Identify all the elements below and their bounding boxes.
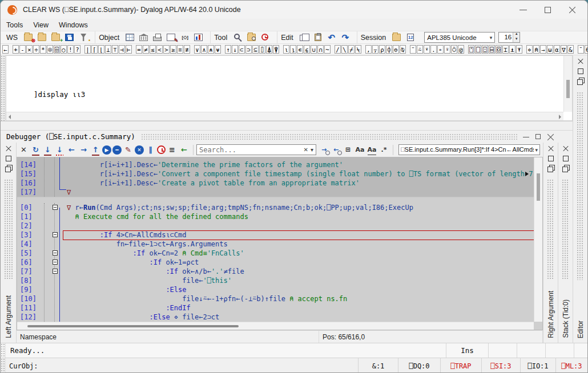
trace-location-combo[interactable]: ⎕SE.input.c.Summary.Run[3]*:If 4>Cn←AllC… [398, 144, 540, 155]
code-line[interactable]: [2] [17, 221, 542, 230]
apl-key-|[interactable]: | [84, 45, 91, 54]
apl-key-⍥[interactable]: ⍥ [451, 45, 457, 54]
apl-key-⌶[interactable]: ⌶ [502, 45, 509, 54]
apl-key-∨[interactable]: ∨ [194, 45, 200, 54]
unwind-icon[interactable]: ← [179, 144, 190, 156]
code-line[interactable]: [9] :Else [17, 285, 542, 294]
scroll-right-icon[interactable] [559, 115, 561, 119]
apl-key-⍤[interactable]: ⍤ [444, 45, 450, 54]
apl-key-⊥[interactable]: ⊥ [105, 45, 111, 54]
scroll-left-icon[interactable] [9, 115, 11, 119]
apl-key-≡[interactable]: ≡ [177, 45, 183, 54]
right-argument-maximize-icon[interactable] [547, 155, 554, 162]
menu-tools[interactable]: Tools [6, 21, 23, 29]
apl-key-⌺[interactable]: ⌺ [496, 45, 502, 54]
apl-key-*[interactable]: * [40, 45, 46, 54]
right-argument-pane-strip[interactable]: Right Argument [543, 143, 558, 343]
apl-key-?[interactable]: ? [74, 45, 80, 54]
match-case-icon[interactable]: Aa [355, 144, 365, 156]
apl-key-![interactable]: ! [67, 45, 74, 54]
apl-key-@[interactable]: @ [458, 45, 464, 54]
apl-key-⍀[interactable]: ⍀ [355, 45, 361, 54]
apl-key-⍋[interactable]: ⍋ [266, 45, 272, 54]
session-content[interactable]: ]display ⍳⍳3 [6, 55, 573, 121]
code-line[interactable]: [15] r[i←i+1].Desc←'Convert a component … [17, 169, 542, 179]
maximize-icon[interactable] [544, 6, 551, 14]
copy-ws-icon[interactable]: + [50, 32, 62, 43]
apl-key-⎕[interactable]: ⎕ [475, 45, 481, 54]
apl-key-∊[interactable]: ∊ [297, 45, 303, 54]
editor-maximize-icon[interactable] [577, 68, 584, 75]
close-icon[interactable] [569, 6, 576, 14]
stack-close-icon[interactable] [562, 145, 569, 152]
apl-key-¯[interactable]: ¯ [578, 45, 584, 54]
font-size-stepper[interactable]: 16 ▲▼ [498, 32, 520, 43]
minimize-icon[interactable] [519, 6, 527, 14]
apl-key-⍞[interactable]: ⍞ [468, 45, 474, 54]
apl-key-⌈[interactable]: ⌈ [91, 45, 98, 54]
apl-key-.[interactable]: . [430, 45, 437, 54]
apl-key-⍒[interactable]: ⍒ [273, 45, 279, 54]
close-debugger-icon[interactable]: ✕ [18, 144, 29, 156]
code-line[interactable]: [0]∇ r←Run(Cmd Args);ct;ns;sw;sp;file;ar… [17, 203, 542, 212]
load-ws-icon[interactable] [37, 32, 48, 43]
clear-search-icon[interactable]: ✕ [304, 147, 308, 153]
line-numbers-icon[interactable]: 12 [405, 32, 416, 43]
apl-key-∩[interactable]: ∩ [317, 45, 324, 54]
interrupt-icon[interactable]: ✕ [135, 145, 144, 155]
apl-key-→[interactable]: → [540, 45, 546, 54]
apl-key-/[interactable]: / [335, 45, 341, 54]
apl-key-×[interactable]: × [26, 45, 33, 54]
session-vertical-scrollbar[interactable] [563, 56, 572, 112]
expand-search-icon[interactable]: ⊞ [343, 144, 353, 156]
apl-key-∧[interactable]: ∧ [201, 45, 207, 54]
apl-key-≠[interactable]: ≠ [143, 45, 149, 54]
session-horizontal-scrollbar[interactable] [6, 112, 563, 120]
apl-key-⋄[interactable]: ⋄ [526, 45, 533, 54]
chart-wizard-icon[interactable] [193, 32, 204, 43]
stack-pane-strip[interactable]: Stack (Tid:0) [558, 143, 573, 343]
code-line[interactable]: [16] r[i←i+1].Desc←'Create a pivot table… [17, 179, 542, 188]
redo-icon[interactable]: ↷ [340, 32, 351, 43]
code-line[interactable]: [11] :EndIf [17, 303, 542, 313]
apl-key-⌽[interactable]: ⌽ [386, 45, 392, 54]
search-box[interactable]: ✕ ▾ [196, 144, 316, 155]
apl-key-⍝[interactable]: ⍝ [533, 45, 539, 54]
apl-key-=[interactable]: = [136, 45, 142, 54]
apl-key-,[interactable]: , [365, 45, 372, 54]
stack-maximize-icon[interactable] [562, 155, 569, 162]
apl-key-⍳[interactable]: ⍳ [283, 45, 289, 54]
apl-key-+[interactable]: + [13, 45, 19, 54]
apl-key-⌸[interactable]: ⌸ [489, 45, 495, 54]
save-ws-icon[interactable] [64, 32, 75, 43]
search-prev-icon[interactable]: ← [331, 144, 341, 156]
debugger-horizontal-scrollbar[interactable] [17, 322, 534, 330]
code-line[interactable]: [12] :Else ⋄ file←2⊃ct [17, 313, 542, 322]
apl-key-⍺[interactable]: ⍺ [554, 45, 560, 54]
left-argument-restore-icon[interactable] [5, 165, 12, 172]
undo-icon[interactable]: ↶ [326, 32, 337, 43]
fold-toggle-icon[interactable] [53, 269, 58, 274]
apl-key-⍪[interactable]: ⍪ [372, 45, 378, 54]
apl-key-⍷[interactable]: ⍷ [304, 45, 310, 54]
code-line[interactable]: [10] file↓⍨←-1+⍴fn←(-⊥⍨b)↑file ⍝ accept … [17, 294, 542, 303]
apl-key-⌹[interactable]: ⌹ [54, 45, 60, 54]
apl-key-⊖[interactable]: ⊖ [393, 45, 399, 54]
apl-key-≤[interactable]: ≤ [150, 45, 156, 54]
code-line[interactable]: [4] fn←file←1⊃ct←Args.Arguments [17, 240, 542, 249]
pause-threads-icon[interactable]: ‖ [145, 144, 156, 156]
task-scheduler-icon[interactable] [260, 32, 271, 43]
apl-key-⍱[interactable]: ⍱ [215, 45, 221, 54]
tracer-list-icon[interactable]: ≡ [167, 144, 178, 156]
copy-icon[interactable] [299, 32, 310, 43]
font-select[interactable]: APL385 Unicode ▾ [424, 32, 495, 43]
session-input-line[interactable]: ]display ⍳⍳3 [34, 90, 85, 99]
apl-key-⌊[interactable]: ⌊ [98, 45, 104, 54]
debugger-titlebar[interactable]: Debugger (⎕SE.input.c.Summary) [1, 131, 573, 143]
forward-icon[interactable]: → [78, 144, 89, 156]
apl-key-÷[interactable]: ÷ [33, 45, 39, 54]
apl-key-⍟[interactable]: ⍟ [47, 45, 53, 54]
apl-key-↓[interactable]: ↓ [232, 45, 238, 54]
apl-key-⍣[interactable]: ⍣ [424, 45, 430, 54]
code-line[interactable]: [8] file←'⎕this' [17, 276, 542, 285]
